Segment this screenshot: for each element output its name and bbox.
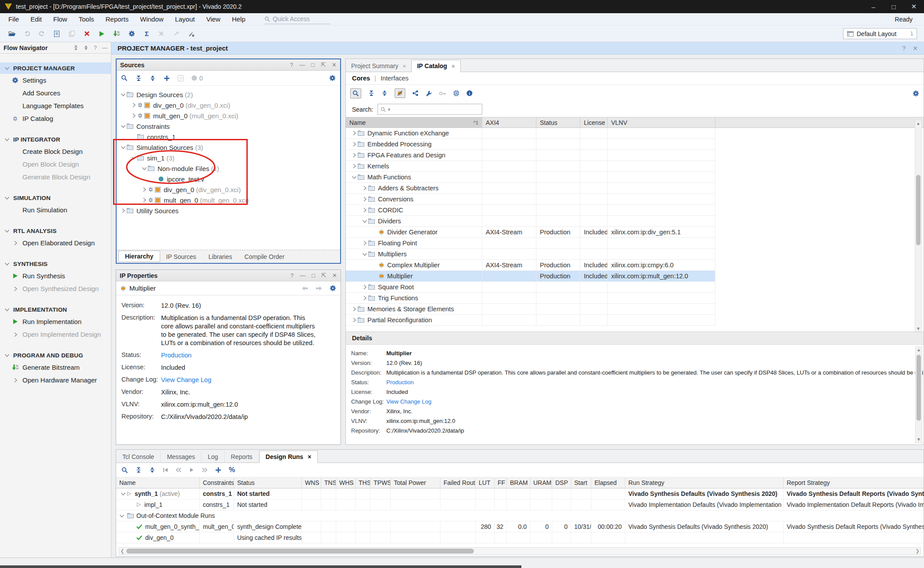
minimize-panel-icon[interactable]: — <box>299 62 305 68</box>
flow-item-ip-catalog[interactable]: IP Catalog <box>0 112 111 125</box>
catalog-row-trig-functions[interactable]: Trig Functions <box>346 293 715 304</box>
close-button[interactable]: ✕ <box>904 3 924 11</box>
column-header-status[interactable]: Status <box>536 117 580 127</box>
info-icon[interactable]: i <box>466 90 473 96</box>
expand-toggle[interactable] <box>350 306 358 312</box>
flow-item-settings[interactable]: Settings <box>0 74 111 87</box>
expand-toggle[interactable] <box>361 295 368 301</box>
expand-toggle[interactable] <box>350 153 358 158</box>
menu-reports[interactable]: Reports <box>100 15 135 23</box>
quick-access-search[interactable]: Quick Access <box>264 15 330 24</box>
catalog-row-cordic[interactable]: CORDIC <box>346 205 715 216</box>
expand-toggle[interactable] <box>350 317 358 323</box>
column-header-total-power[interactable]: Total Power <box>391 477 440 488</box>
scroll-up-icon[interactable]: ▲ <box>915 120 921 127</box>
catalog-row-divider-generator[interactable]: Divider GeneratorAXI4-StreamProductionIn… <box>346 227 715 238</box>
help-icon[interactable]: ? <box>290 272 293 279</box>
menu-tools[interactable]: Tools <box>73 15 100 23</box>
expand-toggle[interactable] <box>119 145 127 150</box>
help-icon[interactable]: ? <box>902 45 906 52</box>
run-row-impl-1[interactable]: impl_1constrs_1Not startedVivado Impleme… <box>116 499 924 510</box>
float-panel-icon[interactable]: ⇱ <box>321 62 326 68</box>
tree-item-div-gen-0[interactable]: div_gen_0 (div_gen_0.xci) <box>117 100 340 110</box>
catalog-row-multipliers[interactable]: Multipliers <box>346 249 715 260</box>
toolbar-reset-button[interactable] <box>79 31 94 36</box>
tree-item-mult-gen-0[interactable]: mult_gen_0 (mult_gen_0.xci) <box>117 195 340 205</box>
scroll-down-icon[interactable]: ▼ <box>915 326 921 332</box>
collapse-all-icon[interactable] <box>368 90 374 96</box>
expand-toggle[interactable] <box>130 113 137 118</box>
expand-all-icon[interactable] <box>150 75 156 81</box>
scrollbar-thumb[interactable] <box>917 355 921 421</box>
menu-edit[interactable]: Edit <box>25 15 48 23</box>
expand-toggle[interactable] <box>130 102 137 108</box>
tree-item-constrs-1[interactable]: constrs_1 <box>117 131 340 142</box>
create-run-icon[interactable] <box>215 467 221 473</box>
column-header-name[interactable]: Name <box>116 477 200 488</box>
tree-item-utility-sources[interactable]: Utility Sources <box>117 205 340 216</box>
flow-item-run-synthesis[interactable]: Run Synthesis <box>0 269 111 282</box>
close-tab-icon[interactable]: × <box>308 453 311 460</box>
column-header-ths[interactable]: THS <box>356 477 370 488</box>
expand-toggle[interactable] <box>361 218 368 224</box>
toolbar-chart-disabled-button[interactable] <box>154 31 169 36</box>
catalog-row-kernels[interactable]: Kernels <box>346 161 715 172</box>
settings-gear-icon[interactable] <box>330 285 336 291</box>
catalog-row-math-functions[interactable]: Math Functions <box>346 172 715 183</box>
catalog-row-square-root[interactable]: Square Root <box>346 282 715 293</box>
scroll-right-icon[interactable]: ❯ <box>914 548 920 554</box>
tree-item-mult-gen-0[interactable]: mult_gen_0 (mult_gen_0.xci) <box>117 110 340 121</box>
menu-window[interactable]: Window <box>134 15 169 23</box>
details-value[interactable]: View Change Log <box>386 398 431 405</box>
column-header-failed-routes[interactable]: Failed Routes <box>440 477 476 488</box>
catalog-search-input[interactable]: ▾ <box>378 104 482 115</box>
tab-hierarchy[interactable]: Hierarchy <box>118 251 160 262</box>
run-row-div-gen-0[interactable]: div_gen_0Using cached IP results <box>116 532 924 543</box>
column-header-run-strategy[interactable]: Run Strategy <box>625 477 784 488</box>
maximize-button[interactable]: □ <box>884 3 904 11</box>
tab-ip-catalog[interactable]: IP Catalog× <box>411 60 461 72</box>
close-panel-icon[interactable]: ✕ <box>332 272 337 279</box>
expand-toggle[interactable] <box>361 240 368 246</box>
maximize-panel-icon[interactable]: □ <box>312 272 315 279</box>
menu-layout[interactable]: Layout <box>169 15 201 23</box>
help-icon[interactable]: ? <box>290 62 293 68</box>
expand-all-icon[interactable] <box>149 467 155 473</box>
details-value[interactable]: Production <box>386 379 414 386</box>
column-header-start[interactable]: Start <box>571 477 591 488</box>
flow-item-generate-bitstream[interactable]: 0110Generate Bitstream <box>0 361 111 374</box>
search-icon[interactable] <box>121 75 128 81</box>
tree-item-div-gen-0[interactable]: div_gen_0 (div_gen_0.xci) <box>117 184 340 195</box>
expand-toggle[interactable] <box>140 187 148 192</box>
tab-project-summary[interactable]: Project Summary× <box>346 60 411 72</box>
toolbar-undo-button[interactable] <box>19 31 34 36</box>
float-panel-icon[interactable]: ⇱ <box>321 272 326 279</box>
tree-item-design-sources[interactable]: Design Sources (2) <box>117 89 340 100</box>
scroll-down-icon[interactable]: ▼ <box>916 437 922 443</box>
column-header-tns[interactable]: TNS <box>321 477 336 488</box>
filter-ip-icon[interactable] <box>395 88 405 98</box>
expand-all-icon[interactable] <box>381 90 388 96</box>
help-icon[interactable]: ? <box>94 45 97 51</box>
maximize-panel-icon[interactable]: □ <box>311 62 315 68</box>
expand-toggle[interactable] <box>361 186 368 191</box>
toolbar-pin-disabled-button[interactable] <box>169 31 184 36</box>
expand-toggle[interactable] <box>119 208 127 213</box>
column-header-license[interactable]: License <box>580 117 608 127</box>
catalog-row-embedded-processing[interactable]: Embedded Processing <box>346 139 715 150</box>
tree-item-ipcore-test-v[interactable]: ipcore_test.v <box>117 174 340 184</box>
catalog-row-partial-reconfiguration[interactable]: Partial Reconfiguration <box>346 315 715 326</box>
menu-view[interactable]: View <box>201 15 226 23</box>
toolbar-redo-button[interactable] <box>34 31 49 36</box>
tab-design-runs[interactable]: Design Runs× <box>259 451 318 463</box>
ip-settings-chip-icon[interactable] <box>453 90 459 96</box>
expand-toggle[interactable] <box>119 92 127 97</box>
toolbar-run-button[interactable] <box>94 31 109 37</box>
tab-cores[interactable]: Cores <box>352 75 370 82</box>
run-row-synth-1[interactable]: synth_1 (active)constrs_1Not startedViva… <box>116 488 924 499</box>
close-tab-icon[interactable]: × <box>451 63 455 69</box>
expand-toggle[interactable] <box>350 131 358 136</box>
column-header-wns[interactable]: WNS <box>302 477 321 488</box>
scrollbar-thumb[interactable] <box>126 549 474 553</box>
tab-log[interactable]: Log <box>202 451 224 462</box>
